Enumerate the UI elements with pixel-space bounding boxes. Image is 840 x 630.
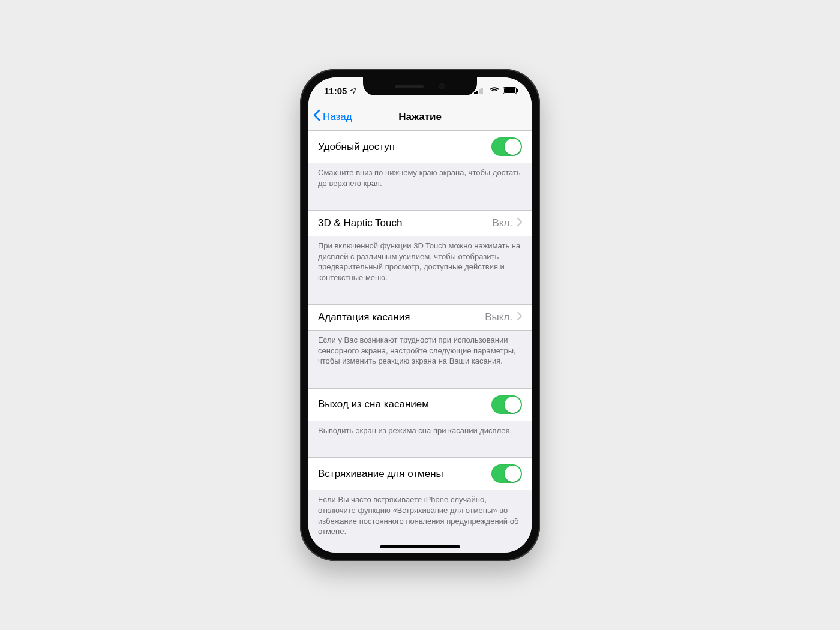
- phone-screen: 11:05: [308, 77, 532, 553]
- phone-frame: 11:05: [300, 69, 540, 561]
- cell-shake-to-undo[interactable]: Встряхивание для отмены: [308, 457, 532, 490]
- chevron-right-icon: [517, 217, 522, 229]
- cell-value: Выкл.: [485, 311, 512, 323]
- battery-icon: [503, 87, 518, 94]
- svg-rect-3: [481, 88, 483, 94]
- notch: [363, 77, 477, 95]
- chevron-right-icon: [517, 311, 522, 323]
- back-label: Назад: [323, 111, 352, 123]
- toggle-shake-to-undo[interactable]: [491, 464, 522, 483]
- svg-rect-2: [479, 89, 481, 94]
- svg-rect-1: [476, 91, 478, 94]
- location-arrow-icon: [350, 86, 357, 96]
- toggle-reachability[interactable]: [491, 137, 522, 156]
- back-button[interactable]: Назад: [308, 109, 352, 124]
- footer-3d-haptic-touch: При включенной функции 3D Touch можно на…: [308, 236, 532, 287]
- cell-label: Удобный доступ: [318, 141, 395, 153]
- chevron-left-icon: [313, 109, 320, 124]
- footer-touch-accommodations: Если у Вас возникают трудности при испол…: [308, 331, 532, 371]
- cell-tap-to-wake[interactable]: Выход из сна касанием: [308, 388, 532, 421]
- footer-shake-to-undo: Если Вы часто встряхиваете iPhone случай…: [308, 490, 532, 541]
- svg-rect-0: [474, 92, 476, 94]
- cell-label: 3D & Haptic Touch: [318, 217, 402, 229]
- settings-content[interactable]: Удобный доступ Смахните вниз по нижнему …: [308, 130, 532, 553]
- nav-bar: Назад Нажатие: [308, 104, 532, 130]
- home-indicator[interactable]: [380, 545, 460, 548]
- cell-touch-accommodations[interactable]: Адаптация касания Выкл.: [308, 304, 532, 331]
- status-time: 11:05: [324, 86, 347, 96]
- toggle-tap-to-wake[interactable]: [491, 395, 522, 414]
- cell-label: Выход из сна касанием: [318, 398, 429, 410]
- cell-3d-haptic-touch[interactable]: 3D & Haptic Touch Вкл.: [308, 210, 532, 236]
- cell-label: Встряхивание для отмены: [318, 468, 443, 480]
- footer-tap-to-wake: Выводить экран из режима сна при касании…: [308, 421, 532, 441]
- svg-rect-5: [504, 88, 515, 93]
- cell-value: Вкл.: [492, 217, 512, 229]
- cell-label: Адаптация касания: [318, 311, 410, 323]
- svg-rect-6: [517, 89, 518, 92]
- footer-reachability: Смахните вниз по нижнему краю экрана, чт…: [308, 163, 532, 193]
- cell-reachability[interactable]: Удобный доступ: [308, 130, 532, 163]
- wifi-icon: [490, 87, 499, 94]
